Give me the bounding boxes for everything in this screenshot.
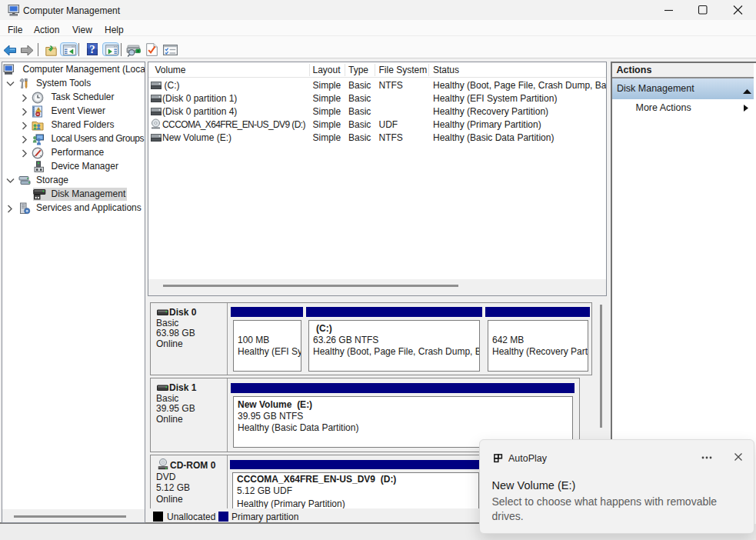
svg-text:?: ? bbox=[89, 43, 95, 55]
